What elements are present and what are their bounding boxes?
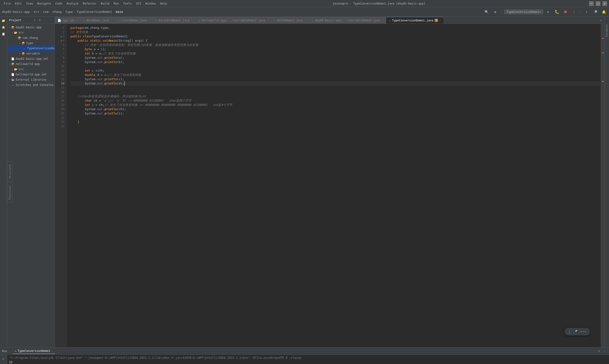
panel-expand-btn[interactable]: ⊞	[37, 18, 42, 23]
run-stop-btn[interactable]: ⏹	[0, 362, 7, 364]
more-actions-btn[interactable]: ⋮	[571, 9, 577, 15]
tab-hw-variabledemo2[interactable]: ☕ helloworld-app\...\VariableDemo2.java …	[195, 17, 271, 24]
git-btn[interactable]: ↑	[583, 9, 590, 15]
tree-item-hw-src[interactable]: ▸ 📂 src	[7, 67, 54, 72]
menu-code[interactable]: Code	[53, 1, 64, 6]
run-tab-close[interactable]: ✕	[51, 350, 52, 352]
console-output[interactable]: "C:\Program Files\Java\jdk-17\bin\java.e…	[7, 355, 609, 364]
breadcrumb-type[interactable]: type	[65, 10, 73, 13]
settings-btn[interactable]: ⚙	[492, 9, 498, 15]
tree-item-extlibs[interactable]: ▸ 📚 External Libraries	[7, 77, 54, 82]
notifications-btn[interactable]: 🔔	[600, 9, 607, 15]
tree-item-type[interactable]: ▾ 📦 type	[7, 40, 54, 46]
code-line-13: System.out.println(c);	[70, 77, 601, 81]
line-num-10: 10	[55, 64, 66, 68]
run-tab-typeconversion[interactable]: ▶ TypeConversionDemo1 ✕	[13, 348, 55, 354]
code-line-10	[70, 64, 601, 68]
close-button[interactable]: ✕	[602, 1, 607, 6]
breadcrumb-project[interactable]: day02-basic-app	[2, 10, 30, 13]
panel-action-buttons: ⚙ ⊞ — ⋮	[32, 18, 52, 23]
database-tab[interactable]: Database	[604, 21, 609, 40]
tab-icon-variabledemo1: ☕	[155, 19, 157, 22]
menu-tools[interactable]: Tools	[121, 1, 134, 6]
line-num-15: 15	[55, 86, 66, 90]
run-configuration[interactable]: TypeConversionDemo1 ▾	[504, 10, 543, 14]
breadcrumb-method[interactable]: main	[116, 10, 123, 13]
tree-item-scratches[interactable]: ▸ ✏️ Scratches and Consoles	[7, 82, 54, 88]
menu-vcs[interactable]: VCS	[134, 1, 143, 6]
tab-close-appiml[interactable]: ✕	[76, 19, 78, 22]
menu-refactor[interactable]: Refactor	[81, 1, 99, 6]
tab-close-notedemo[interactable]: ✕	[110, 19, 112, 22]
tab-close-typeconversiondemo1[interactable]: ✕	[439, 19, 441, 22]
tab-close-day02-variabledemo2[interactable]: ✕	[382, 19, 383, 22]
run-button[interactable]: ▶	[545, 9, 552, 15]
run-tab-icon: ▶	[15, 349, 17, 352]
search-everywhere-btn[interactable]: 🔍	[483, 9, 490, 15]
editor-scrollbar[interactable]	[601, 24, 604, 347]
menu-window[interactable]: Window	[143, 1, 157, 6]
stop-button[interactable]: ⏹	[562, 9, 569, 15]
panel-collapse-btn[interactable]: —	[43, 18, 47, 23]
tree-item-day02[interactable]: ▾ 📦 day02-basic-app	[7, 25, 54, 30]
panel-gear-btn[interactable]: ⋮	[48, 18, 52, 23]
breadcrumb-class[interactable]: TypeConversionDemo1	[77, 10, 112, 13]
maximize-button[interactable]: □	[596, 1, 600, 6]
tree-item-helloworld[interactable]: ▾ 📦 helloworld-app	[7, 61, 54, 67]
run-rerun-btn[interactable]: ▶	[0, 356, 7, 362]
tab-app-iml[interactable]: 📄 app.iml ✕	[55, 17, 81, 24]
tab-close-asciidemo1[interactable]: ✕	[304, 19, 306, 22]
tree-item-day02iml[interactable]: 📄 day02-basic-app.iml	[7, 56, 54, 61]
search-btn[interactable]: 🔎	[592, 9, 598, 15]
tree-item-hwiml[interactable]: 📄 helloworld-app.iml	[7, 72, 54, 77]
sidebar-favorites-icon[interactable]: ⭐	[0, 24, 7, 30]
menu-view[interactable]: View	[24, 1, 35, 6]
menu-navigate[interactable]: Navigate	[36, 1, 53, 6]
tab-asciidemo1[interactable]: ☕ ASCIIDemo1.java ✕	[271, 17, 309, 24]
tab-variabledemo1[interactable]: ☕ VariableDemo1.java ✕	[153, 17, 195, 24]
sidebar-structure-icon[interactable]: 📋	[0, 31, 7, 37]
line-num-9: 9	[55, 60, 66, 64]
breadcrumb-zhang[interactable]: zhang	[52, 10, 62, 13]
tree-item-com[interactable]: ▾ 📦 com.zhang	[7, 35, 54, 40]
tab-day02-variabledemo2[interactable]: ☕ day02-basic-app\...\VariableDemo2.java…	[309, 17, 386, 24]
tab-close-literademo[interactable]: ✕	[148, 19, 149, 22]
menu-run[interactable]: Run	[112, 1, 121, 6]
code-line-4: public static void main(String[] args) {	[70, 39, 601, 43]
menu-help[interactable]: Help	[158, 1, 169, 6]
widget-icon-bar[interactable]: |	[568, 330, 570, 334]
breadcrumb-com[interactable]: com	[43, 10, 49, 13]
code-content[interactable]: package com.zhang.type; // 类型转换 public c…	[67, 24, 601, 347]
tab-notedemo[interactable]: ☕ NoteDemo.java ✕	[81, 17, 115, 24]
tabs-overflow-btn[interactable]: ▾	[597, 17, 604, 24]
code-line-6: byte a = 12;	[70, 47, 601, 52]
tab-typeconversiondemo1[interactable]: ☕ TypeConversionDemo1.java 3 ✕	[386, 17, 444, 24]
run-close-btn[interactable]: —	[602, 349, 607, 353]
breadcrumb-src[interactable]: src	[34, 10, 39, 13]
menu-edit[interactable]: Edit	[13, 1, 24, 6]
tree-item-src[interactable]: ▾ 📂 src	[7, 30, 54, 35]
title-bar-left: File Edit View Navigate Code Analyze Ref…	[2, 1, 169, 6]
favorites-side-tab[interactable]: Favorites	[7, 182, 13, 203]
run-settings-btn[interactable]: ⚙	[597, 349, 601, 353]
run-label: Run	[2, 350, 7, 353]
line-num-18: 18	[55, 99, 66, 103]
menu-analyze[interactable]: Analyze	[65, 1, 80, 6]
tab-close-hw-variabledemo2[interactable]: ✕	[266, 19, 268, 22]
tree-item-typeconversion[interactable]: ☕ TypeConversionDemo1	[7, 46, 54, 51]
code-line-23: }	[70, 120, 601, 124]
tab-literademo[interactable]: ☕ LiteraDemo.java ✕	[115, 17, 153, 24]
panel-settings-btn[interactable]: ⚙	[32, 18, 37, 23]
tab-close-variabledemo1[interactable]: ✕	[191, 19, 193, 22]
structure-side-tab[interactable]: Structure	[7, 161, 13, 182]
menu-file[interactable]: File	[2, 1, 13, 6]
widget-icon-mic[interactable]: 🎤	[573, 330, 577, 334]
sidebar-project-icon[interactable]: 📁	[0, 18, 7, 24]
tree-item-variable[interactable]: ▸ 📦 variable	[7, 51, 54, 56]
line-num-21: 21	[55, 111, 66, 116]
menu-build[interactable]: Build	[99, 1, 111, 6]
debug-button[interactable]: 🐛	[554, 9, 560, 15]
widget-icon-more[interactable]: •••	[580, 330, 586, 334]
minimize-button[interactable]: ─	[589, 1, 594, 6]
run-panel-controls: ⚙ —	[597, 349, 607, 353]
